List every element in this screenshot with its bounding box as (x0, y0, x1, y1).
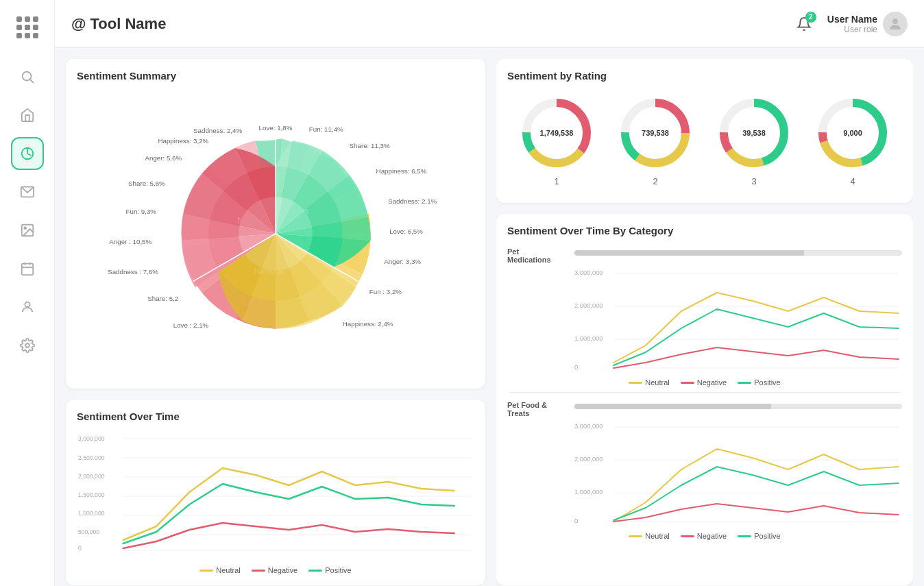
svg-text:1,000,000: 1,000,000 (574, 489, 603, 496)
pet-food-bar (574, 404, 902, 409)
rating-3-value: 39,538 (742, 129, 766, 137)
sidebar-item-search[interactable] (11, 60, 44, 93)
sidebar-item-chart[interactable] (11, 137, 44, 170)
sidebar-item-gallery[interactable] (11, 214, 44, 247)
svg-text:Fun: 9,3%: Fun: 9,3% (126, 208, 157, 215)
left-column: Sentiment Summary (66, 59, 485, 585)
sidebar (0, 0, 55, 586)
sentiment-summary-card: Sentiment Summary (66, 59, 485, 389)
pet-food-legend: Neutral Negative Positive (507, 532, 902, 540)
neutral-text-pm: Neutral (645, 378, 669, 387)
rating-4-donut: 9,000 (815, 95, 890, 171)
rating-1-value: 1,749,538 (540, 129, 574, 137)
legend-negative-pm: Negative (681, 378, 727, 387)
pet-medications-label: PetMedications (507, 245, 569, 264)
legend-positive-pm: Positive (738, 378, 781, 387)
sidebar-item-home[interactable] (11, 99, 44, 132)
header: @ Tool Name 2 User Name User role (55, 0, 924, 48)
svg-text:3,000,000: 3,000,000 (78, 435, 105, 442)
rating-3-label: 3 (751, 176, 756, 186)
positive-label: Positive (325, 566, 352, 574)
notification-button[interactable]: 2 (792, 12, 816, 36)
sentiment-over-time-legend: Neutral Negative Positive (77, 566, 474, 574)
svg-text:Share: 11,3%: Share: 11,3% (350, 142, 390, 149)
positive-text-pm: Positive (754, 378, 781, 387)
sentiment-over-time-chart: 3,000,000 2,500,000 2,000,000 1,500,000 … (77, 430, 474, 561)
svg-text:Fun : 3,2%: Fun : 3,2% (369, 288, 402, 295)
svg-text:0: 0 (78, 545, 82, 552)
pet-food-bar-fill (574, 404, 771, 409)
svg-point-10 (25, 302, 29, 307)
legend-neutral: Neutral (199, 566, 240, 574)
negative-text-pf: Negative (697, 532, 727, 540)
sidebar-item-settings[interactable] (11, 329, 44, 362)
positive-dot-pm (738, 382, 751, 384)
svg-text:2,000,000: 2,000,000 (574, 302, 603, 309)
svg-text:2,000,000: 2,000,000 (574, 456, 603, 463)
sentiment-over-time-card: Sentiment Over Time 3,000,000 2,500,000 … (66, 400, 485, 585)
right-column: Sentiment by Rating (496, 59, 913, 585)
svg-text:500,000: 500,000 (78, 528, 100, 535)
svg-text:0: 0 (574, 364, 578, 371)
user-role: User role (827, 25, 877, 34)
legend-negative-pf: Negative (681, 532, 727, 540)
pet-food-chart: 3,000,000 2,000,000 1,000,000 0 (574, 420, 902, 526)
rating-3-item: 39,538 3 (716, 95, 792, 186)
rating-1-item: 1,749,538 1 (519, 95, 594, 186)
svg-text:Share: 5,2: Share: 5,2 (147, 295, 178, 302)
rating-charts-container: 1,749,538 1 739, (507, 90, 902, 192)
svg-point-5 (24, 227, 26, 229)
rating-2-item: 739,538 2 (618, 95, 693, 186)
sidebar-item-user[interactable] (11, 291, 44, 323)
svg-point-0 (22, 72, 31, 81)
svg-text:2,000,000: 2,000,000 (78, 473, 105, 480)
positive-color-dot (308, 570, 322, 572)
sentiment-by-rating-card: Sentiment by Rating (496, 59, 913, 203)
neutral-text-pf: Neutral (645, 532, 669, 540)
svg-point-11 (25, 343, 29, 347)
divider (507, 392, 902, 393)
pet-medications-chart: 3,000,000 2,000,000 1,000,000 0 (574, 267, 902, 373)
svg-text:3,000,000: 3,000,000 (574, 269, 603, 276)
pet-medications-bar-fill (574, 250, 804, 256)
neutral-color-dot (199, 570, 213, 572)
svg-text:3,000,000: 3,000,000 (574, 423, 603, 430)
svg-text:0: 0 (574, 517, 578, 524)
svg-text:Love: 1,8%: Love: 1,8% (259, 124, 293, 132)
negative-dot-pm (681, 382, 694, 384)
svg-text:Happiness: 2,4%: Happiness: 2,4% (343, 320, 393, 328)
neutral-dot-pf (629, 535, 642, 537)
negative-color-dot (252, 570, 265, 572)
sidebar-item-calendar[interactable] (11, 252, 44, 285)
rating-4-value: 9,000 (843, 129, 862, 137)
svg-text:Love : 2,1%: Love : 2,1% (173, 321, 209, 329)
sidebar-item-mail[interactable] (11, 175, 44, 208)
svg-text:Happiness: 3,2%: Happiness: 3,2% (158, 137, 208, 145)
svg-text:Fun: 11,4%: Fun: 11,4% (309, 125, 343, 133)
user-info[interactable]: User Name User role (827, 12, 908, 36)
user-name: User Name (827, 14, 877, 25)
svg-text:2,500,000: 2,500,000 (78, 454, 105, 461)
page-title: @ Tool Name (71, 15, 166, 33)
pet-food-label: Pet Food &Treats (507, 398, 569, 417)
positive-text-pf: Positive (754, 532, 781, 540)
svg-text:Anger: 3,3%: Anger: 3,3% (384, 258, 421, 265)
svg-text:Happiness: 6,5%: Happiness: 6,5% (376, 167, 427, 175)
negative-label: Negative (268, 566, 297, 574)
pet-medications-bar (574, 250, 902, 256)
svg-rect-6 (21, 264, 33, 276)
pet-medications-legend: Neutral Negative Positive (507, 378, 902, 387)
legend-negative: Negative (252, 566, 297, 574)
rating-3-donut: 39,538 (716, 95, 792, 171)
sentiment-summary-title: Sentiment Summary (77, 70, 474, 82)
sentiment-pie-chart: Positive (77, 86, 474, 381)
sentiment-by-rating-title: Sentiment by Rating (507, 70, 902, 82)
svg-text:Anger : 10,5%: Anger : 10,5% (109, 238, 151, 245)
svg-text:Share: 5,6%: Share: 5,6% (128, 180, 165, 187)
svg-text:1,500,000: 1,500,000 (78, 491, 105, 498)
rating-4-label: 4 (850, 176, 855, 186)
svg-text:Saddness: 2,4%: Saddness: 2,4% (193, 127, 242, 134)
content-area: Sentiment Summary (55, 48, 924, 586)
rating-4-item: 9,000 4 (815, 95, 890, 186)
pet-food-section: Pet Food &Treats 3,000,000 2,000,000 1,0… (507, 398, 902, 540)
